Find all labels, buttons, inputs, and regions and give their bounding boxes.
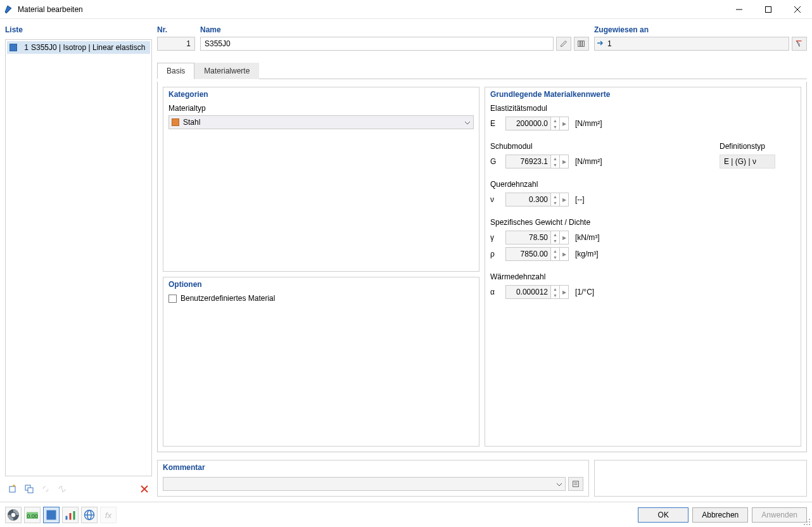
edit-name-button[interactable]: [556, 37, 571, 51]
assigned-value: 1: [607, 39, 612, 48]
svg-point-30: [809, 521, 810, 523]
materialtyp-label: Materialtyp: [168, 104, 474, 113]
help-button[interactable]: [5, 507, 22, 523]
comment-lib-button[interactable]: [568, 477, 583, 491]
apply-button: Anwenden: [752, 507, 807, 523]
name-input[interactable]: [200, 37, 554, 51]
svg-rect-1: [766, 6, 771, 12]
break-link-button: [54, 481, 70, 497]
alpha-input[interactable]: [505, 285, 551, 299]
resize-grip-icon[interactable]: [803, 518, 811, 526]
nu-spinner[interactable]: ▲▼: [551, 193, 560, 206]
deftyp-value: E | (G) | ν: [720, 155, 775, 168]
alpha-unit: [1/°C]: [575, 288, 594, 296]
maximize-button[interactable]: [754, 0, 783, 18]
globe-button[interactable]: [81, 507, 98, 523]
chevron-down-icon: [464, 118, 471, 127]
name-label: Name: [200, 24, 589, 37]
svg-text:0.00: 0.00: [27, 512, 38, 519]
materialtyp-value: Stahl: [183, 118, 200, 127]
svg-rect-21: [66, 516, 68, 519]
chevron-down-icon: [556, 479, 562, 488]
fx-button: fx: [100, 507, 117, 523]
pick-assigned-button[interactable]: [792, 37, 807, 51]
svg-point-17: [11, 512, 16, 517]
tab-materialwerte[interactable]: Materialwerte: [194, 63, 259, 79]
comment-combo[interactable]: [163, 477, 566, 491]
svg-point-31: [804, 524, 805, 525]
gamma-spinner[interactable]: ▲▼: [551, 231, 560, 244]
e-spinner[interactable]: ▲▼: [551, 117, 560, 130]
userdef-checkbox-row[interactable]: Benutzerdefiniertes Material: [168, 294, 474, 303]
nr-input[interactable]: [157, 37, 195, 51]
gamma-label: Spezifisches Gewicht / Dichte: [490, 218, 796, 227]
e-input[interactable]: [505, 117, 551, 130]
alpha-spinner[interactable]: ▲▼: [551, 285, 560, 299]
e-label: Elastizitätsmodul: [490, 104, 796, 113]
rho-unit: [kg/m³]: [575, 250, 599, 258]
material-color-swatch: [10, 44, 17, 51]
g-input[interactable]: [505, 155, 551, 168]
deftyp-label: Definitionstyp: [720, 142, 796, 151]
titlebar: Material bearbeiten: [0, 0, 812, 19]
copy-item-button[interactable]: [22, 481, 37, 497]
props-title: Grundlegende Materialkennwerte: [490, 90, 796, 99]
g-unit: [N/mm²]: [575, 157, 602, 166]
rho-symbol: ρ: [490, 250, 502, 258]
link-button: [38, 481, 53, 497]
color-button[interactable]: [43, 507, 60, 523]
material-list[interactable]: 1 S355J0 | Isotrop | Linear elastisch: [5, 39, 152, 476]
nu-jump[interactable]: ▶: [560, 193, 569, 206]
assigned-input[interactable]: 1: [594, 37, 789, 51]
nu-input[interactable]: [505, 193, 551, 206]
assigned-icon: [597, 39, 605, 48]
gamma-input[interactable]: [505, 231, 551, 244]
svg-point-33: [809, 524, 810, 525]
svg-rect-6: [28, 488, 33, 493]
delete-button[interactable]: [137, 481, 152, 497]
g-symbol: G: [490, 157, 502, 166]
alpha-label: Wärmedehnzahl: [490, 272, 796, 281]
list-label: Liste: [5, 24, 152, 37]
ok-button[interactable]: OK: [638, 507, 688, 523]
minimize-button[interactable]: [725, 0, 754, 18]
svg-rect-11: [583, 41, 585, 47]
svg-rect-23: [73, 511, 75, 520]
close-button[interactable]: [783, 0, 812, 18]
gamma-symbol: γ: [490, 233, 502, 242]
userdef-label: Benutzerdefiniertes Material: [181, 294, 275, 303]
alpha-jump[interactable]: ▶: [560, 285, 569, 299]
g-label: Schubmodul: [490, 142, 602, 151]
g-spinner[interactable]: ▲▼: [551, 155, 560, 168]
rho-input[interactable]: [505, 247, 551, 261]
categories-title: Kategorien: [168, 90, 474, 99]
library-button[interactable]: [574, 37, 589, 51]
list-toolbar: [5, 479, 152, 497]
list-item-label: S355J0 | Isotrop | Linear elastisch: [31, 43, 148, 52]
tab-basis[interactable]: Basis: [157, 63, 194, 79]
new-item-button[interactable]: [5, 481, 20, 497]
rho-spinner[interactable]: ▲▼: [551, 247, 560, 261]
svg-rect-22: [70, 513, 72, 520]
chart-button[interactable]: [62, 507, 79, 523]
nu-symbol: ν: [490, 195, 502, 204]
cancel-button[interactable]: Abbrechen: [692, 507, 748, 523]
alpha-symbol: α: [490, 288, 502, 296]
rho-jump[interactable]: ▶: [560, 247, 569, 261]
materialtyp-combo[interactable]: Stahl: [168, 115, 474, 129]
units-button[interactable]: 0.00: [24, 507, 41, 523]
gamma-unit: [kN/m³]: [575, 233, 600, 242]
materialtyp-swatch: [172, 118, 179, 126]
userdef-checkbox[interactable]: [168, 295, 177, 303]
gamma-jump[interactable]: ▶: [560, 231, 569, 244]
svg-rect-4: [10, 486, 15, 492]
g-jump[interactable]: ▶: [560, 155, 569, 168]
nr-label: Nr.: [157, 24, 195, 37]
list-item[interactable]: 1 S355J0 | Isotrop | Linear elastisch: [7, 41, 150, 54]
bottom-toolbar: 0.00 fx OK Abbrechen Anwenden: [0, 502, 812, 527]
e-jump[interactable]: ▶: [560, 117, 569, 130]
tabs: Basis Materialwerte: [157, 62, 807, 79]
options-title: Optionen: [168, 280, 474, 289]
window-title: Material bearbeiten: [18, 5, 725, 14]
nu-label: Querdehnzahl: [490, 180, 796, 189]
